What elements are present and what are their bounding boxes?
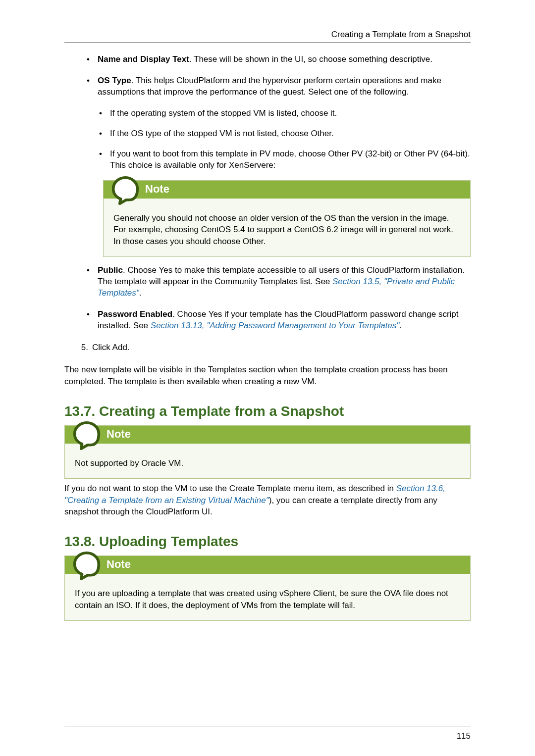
footer-rule (64, 726, 471, 726)
running-header: Creating a Template from a Snapshot (64, 30, 471, 40)
link-password-management[interactable]: Section 13.13, "Adding Password Manageme… (151, 321, 400, 330)
page-number: 115 (457, 731, 471, 741)
bullet-os-sub2: If the OS type of the stopped VM is not … (99, 128, 471, 140)
note-title: Note (107, 558, 131, 571)
header-rule (64, 43, 471, 43)
step-5: 5. Click Add. (74, 342, 471, 353)
bullet-password-enabled: Password Enabled. Choose Yes if your tem… (87, 309, 471, 332)
note-body: Generally you should not choose an older… (104, 199, 470, 256)
note-title-bar: Note (104, 181, 470, 199)
bullet-text: . These will be shown in the UI, so choo… (189, 54, 432, 64)
bullet-text-tail: . (139, 288, 142, 298)
section-13-7-heading: 13.7. Creating a Template from a Snapsho… (64, 403, 471, 419)
note-body: Not supported by Oracle VM. (65, 444, 470, 478)
bullet-label: Password Enabled (98, 309, 172, 319)
step-text: Click Add. (92, 343, 130, 352)
para-text: If you do not want to stop the VM to use… (64, 484, 396, 493)
bullet-label: Public (98, 265, 123, 275)
bullet-text: . This helps CloudPlatform and the hyper… (98, 76, 441, 97)
note-title-bar: Note (65, 426, 470, 444)
bullet-os-type: OS Type. This helps CloudPlatform and th… (87, 75, 471, 98)
section-13-8-heading: 13.8. Uploading Templates (64, 534, 471, 550)
page: Creating a Template from a Snapshot Name… (0, 0, 535, 756)
bullet-name-display: Name and Display Text. These will be sho… (87, 54, 471, 65)
bullet-label: OS Type (98, 76, 131, 85)
bullet-label: Name and Display Text (98, 54, 189, 64)
step-number: 5. (74, 342, 88, 353)
bullet-public: Public. Choose Yes to make this template… (87, 265, 471, 299)
note-13-8: Note If you are uploading a template tha… (64, 555, 471, 621)
note-os-type: Note Generally you should not choose an … (103, 180, 471, 257)
speech-bubble-icon (110, 176, 140, 205)
note-title: Note (145, 183, 169, 196)
bullet-os-sub3: If you want to boot from this template i… (99, 149, 471, 171)
note-title-bar: Note (65, 556, 470, 574)
speech-bubble-icon (72, 551, 102, 581)
bullet-os-sub1: If the operating system of the stopped V… (99, 108, 471, 119)
note-body: If you are uploading a template that was… (65, 574, 470, 620)
note-title: Note (107, 428, 131, 441)
section-13-7-paragraph: If you do not want to stop the VM to use… (64, 483, 471, 518)
conclusion-paragraph: The new template will be visible in the … (64, 364, 471, 388)
speech-bubble-icon (72, 421, 102, 451)
note-13-7: Note Not supported by Oracle VM. (64, 425, 471, 479)
bullet-text-tail: . (399, 321, 402, 330)
